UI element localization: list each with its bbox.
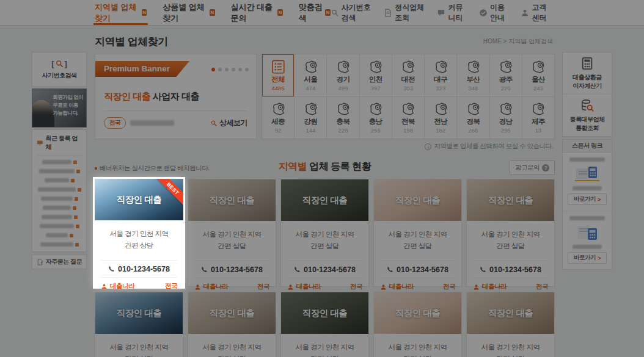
list-item[interactable] — [37, 233, 82, 237]
util-guide[interactable]: 이용안내 — [479, 2, 511, 23]
dot[interactable] — [238, 68, 242, 71]
card-phone[interactable]: 010-1234-5678 — [194, 261, 269, 278]
card-company[interactable]: 대출나라 — [194, 283, 228, 291]
list-item[interactable] — [37, 187, 82, 192]
sponsor-banner[interactable]: 바로가기> — [563, 211, 612, 269]
card-image: 직장인 대출 BEST — [95, 179, 183, 220]
nav-item-label: 실시간 대출문의 — [231, 2, 276, 24]
chevron-right-icon: > — [598, 254, 601, 261]
card-company[interactable]: 대출나라 — [101, 282, 134, 290]
list-item[interactable] — [37, 215, 82, 219]
business-card[interactable]: 직장인 대출 서울 경기 인천 지역간편 상담 010-1234-5678 — [280, 292, 369, 357]
go-link-button[interactable]: 바로가기> — [568, 252, 607, 264]
region-cell-daegu[interactable]: 대구 323 — [425, 54, 456, 96]
dot[interactable] — [211, 68, 215, 71]
region-cell-gangwon[interactable]: 강원 144 — [295, 97, 326, 139]
card-phone[interactable]: 010-1234-5678 — [101, 260, 177, 277]
sponsor-banner[interactable]: 바로가기> — [563, 153, 612, 211]
list-item[interactable] — [37, 197, 82, 201]
region-cell-chungnam[interactable]: 충남 259 — [360, 97, 392, 139]
region-cell-seoul[interactable]: 서울 474 — [295, 54, 326, 96]
card-description: 서울 경기 인천 지역간편 상담 — [188, 334, 276, 357]
card-image: 직장인 대출 — [95, 292, 183, 334]
list-item[interactable] — [37, 160, 82, 164]
recent-companies-header: 최근 등록 업체 — [37, 134, 82, 156]
nav-item-label: 상품별 업체찾기 — [163, 2, 207, 24]
region-cell-daejeon[interactable]: 대전 303 — [392, 54, 424, 96]
util-fraud-number-search[interactable]: 사기번호검색 — [331, 2, 373, 23]
card-phone[interactable]: 010-1234-5678 — [473, 261, 548, 278]
dot[interactable] — [232, 68, 235, 71]
card-description: 서울 경기 인천 지역간편 상담 — [95, 220, 183, 260]
nav-product-search[interactable]: 상품별 업체찾기 N — [163, 0, 214, 25]
region-cell-chungbuk[interactable]: 충북 228 — [327, 97, 359, 139]
business-card[interactable]: 직장인 대출 서울 경기 인천 지역간편 상담 010-1234-5678 대출… — [373, 179, 462, 287]
region-cell-gyeongnam[interactable]: 경남 296 — [490, 97, 522, 139]
premium-banner-ribbon: Premium Banner — [95, 61, 189, 77]
dot[interactable] — [245, 68, 249, 71]
nav-custom-search[interactable]: 맞춤검색 N — [299, 0, 331, 25]
fraud-number-search-box[interactable]: [ ] 사기번호검색 — [32, 52, 87, 87]
region-cell-all[interactable]: 전체 4485 — [262, 54, 294, 96]
map-pin-icon — [335, 101, 351, 117]
region-cell-gyeonggi[interactable]: 경기 499 — [327, 54, 359, 96]
chevron-right-icon: > — [598, 196, 601, 203]
util-community[interactable]: 커뮤니티 — [437, 2, 469, 23]
business-card[interactable]: 직장인 대출 서울 경기 인천 지역간편 상담 010-1234-5678 대출… — [280, 179, 369, 287]
list-item[interactable] — [37, 178, 82, 182]
tool-label: 등록대부업체 통합조회 — [570, 115, 605, 132]
nav-region-search[interactable]: 지역별 업체찾기 N — [95, 0, 147, 25]
premium-banner[interactable]: Premium Banner 직장인 대출 사업자 대출 전국 상세보기 — [95, 54, 257, 139]
business-card[interactable]: 직장인 대출 서울 경기 인천 지역간편 상담 010-1234-5678 — [95, 292, 183, 357]
region-cell-ulsan[interactable]: 울산 243 — [522, 54, 554, 96]
tool-label: 대출상환금 이자계산기 — [573, 73, 602, 90]
faq-button[interactable]: 자주묻는 질문 — [32, 254, 87, 269]
list-item[interactable] — [37, 169, 82, 173]
detail-view-link[interactable]: 상세보기 — [210, 118, 247, 128]
list-item[interactable] — [37, 242, 82, 247]
go-link-button[interactable]: 바로가기> — [568, 193, 607, 205]
card-description: 서울 경기 인천 지역간편 상담 — [95, 334, 183, 357]
monitor-icon — [37, 140, 43, 146]
dot[interactable] — [225, 68, 229, 71]
breadcrumb[interactable]: HOME > 지역별 업체검색 — [483, 37, 553, 46]
business-card[interactable]: 직장인 대출 서울 경기 인천 지역간편 상담 010-1234-5678 — [373, 292, 462, 357]
business-card[interactable]: 직장인 대출 서울 경기 인천 지역간편 상담 010-1234-5678 대출… — [188, 179, 276, 287]
region-cell-incheon[interactable]: 인천 397 — [360, 54, 392, 96]
person-icon — [380, 284, 387, 290]
nav-realtime-inquiry[interactable]: 실시간 대출문의 N — [231, 0, 283, 25]
registered-lender-lookup[interactable]: 등록대부업체 통합조회 — [563, 94, 612, 136]
region-cell-jeonbuk[interactable]: 전북 198 — [392, 97, 424, 139]
top-nav: 지역별 업체찾기 N 상품별 업체찾기 N 실시간 대출문의 N 맞춤검색 N — [0, 0, 644, 26]
region-cell-gwangju[interactable]: 광주 220 — [490, 54, 522, 96]
business-card[interactable]: 직장인 대출 서울 경기 인천 지역간편 상담 010-1234-5678 대출… — [466, 179, 555, 287]
util-official-company-lookup[interactable]: 정식업체조회 — [384, 2, 426, 23]
region-cell-busan[interactable]: 부산 348 — [457, 54, 489, 96]
region-cell-jeonnam[interactable]: 전남 182 — [425, 97, 456, 139]
business-card[interactable]: 직장인 대출 서울 경기 인천 지역간편 상담 010-1234-5678 — [466, 292, 555, 357]
business-card-highlighted[interactable]: 직장인 대출 BEST 서울 경기 인천 지역간편 상담 010-1234-56… — [95, 179, 183, 287]
business-card[interactable]: 직장인 대출 서울 경기 인천 지역간편 상담 010-1234-5678 — [188, 292, 276, 357]
card-region: 전국 — [257, 283, 269, 291]
new-dot — [70, 234, 73, 237]
card-image-title: 직장인 대출 — [395, 308, 441, 319]
dot[interactable] — [218, 68, 222, 71]
list-item[interactable] — [37, 206, 82, 210]
region-cell-gyeongbuk[interactable]: 경북 266 — [457, 97, 489, 139]
card-company[interactable]: 대출나라 — [287, 283, 321, 291]
card-phone[interactable]: 010-1234-5678 — [380, 261, 455, 278]
card-phone[interactable]: 010-1234-5678 — [287, 261, 362, 278]
card-company[interactable]: 대출나라 — [380, 283, 414, 291]
region-cell-jeju[interactable]: 제주 13 — [522, 97, 554, 139]
region-cell-sejong[interactable]: 세종 92 — [262, 97, 294, 139]
loan-interest-calculator[interactable]: 대출상환금 이자계산기 — [563, 52, 612, 94]
card-company[interactable]: 대출나라 — [473, 283, 507, 291]
list-item[interactable] — [37, 224, 82, 228]
ad-inquiry-button[interactable]: 광고문의 ? — [510, 160, 555, 175]
business-card-grid: 직장인 대출 BEST 서울 경기 인천 지역간편 상담 010-1234-56… — [95, 179, 555, 357]
phone-icon — [108, 265, 115, 272]
util-customer-center[interactable]: 고객센터 — [521, 2, 552, 23]
utility-menu: 사기번호검색 정식업체조회 커뮤니티 이용안내 고객센터 — [331, 2, 552, 23]
map-pin-icon — [303, 59, 318, 74]
promo-banner[interactable]: 회원가입 없이 무료로 이용 가능합니다. — [32, 88, 87, 128]
